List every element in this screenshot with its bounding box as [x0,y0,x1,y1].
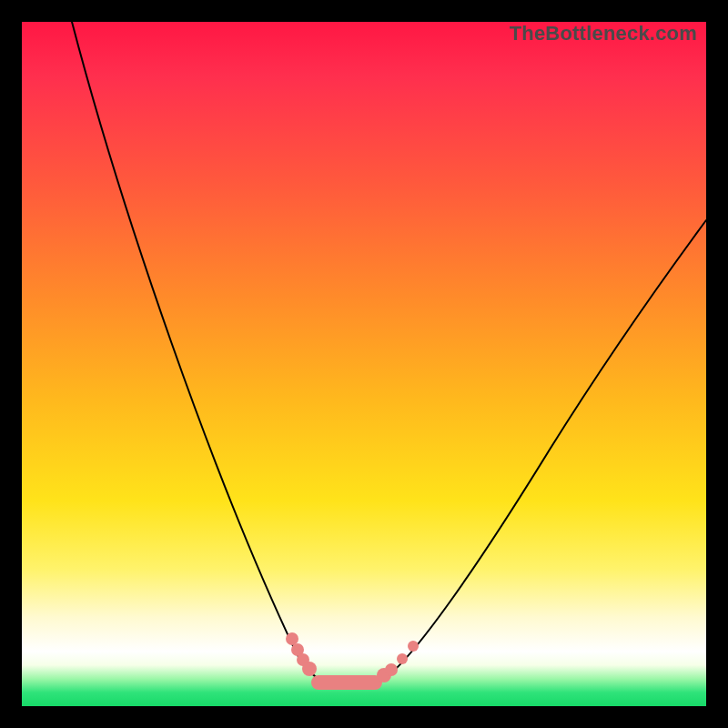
bottleneck-curve [22,22,706,706]
valley-highlight-bar [311,675,382,690]
marker-dot [397,653,408,664]
chart-frame: TheBottleneck.com [0,0,728,728]
marker-dot [302,662,317,676]
curve-right-branch [384,220,706,679]
marker-dot-isolated [408,641,419,652]
marker-dot [385,663,398,676]
curve-left-branch [72,22,322,681]
chart-plot-area: TheBottleneck.com [22,22,706,706]
marker-dot [286,632,298,645]
